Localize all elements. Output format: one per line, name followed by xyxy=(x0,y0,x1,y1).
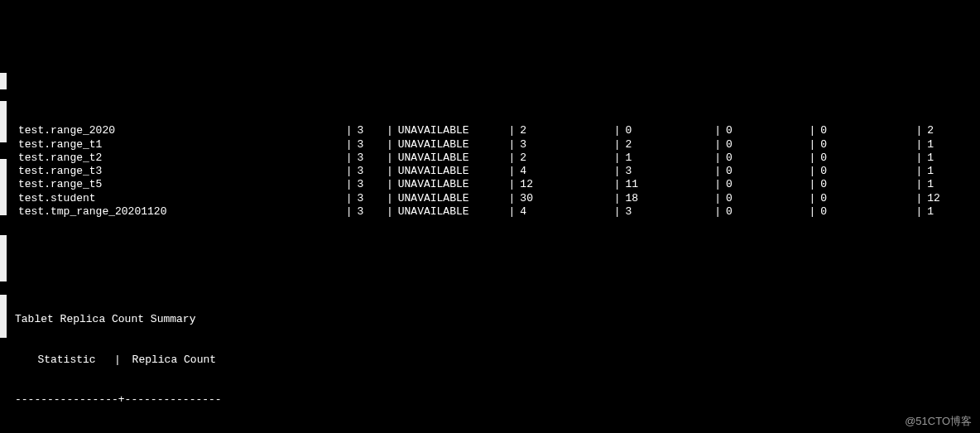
cell-name: test.range_t3 xyxy=(15,165,346,178)
cell-c2: UNAVAILABLE xyxy=(398,205,509,219)
cell-c3: 2 xyxy=(520,152,613,165)
cell-c1: 3 xyxy=(358,178,387,191)
table-row: test.range_t5|3|UNAVAILABLE|12|11|0|0|1 xyxy=(15,178,973,191)
cell-c3: 12 xyxy=(520,178,613,191)
table-row: test.range_t2|3|UNAVAILABLE|2|1|0|0|1 xyxy=(15,152,973,165)
cell-c2: UNAVAILABLE xyxy=(398,138,509,152)
main-table-body: test.range_2020|3|UNAVAILABLE|2|0|0|0|2t… xyxy=(15,124,973,219)
terminal-output: test.range_2020|3|UNAVAILABLE|2|0|0|0|2t… xyxy=(0,81,980,434)
cell-c1: 3 xyxy=(358,124,387,137)
cell-c1: 3 xyxy=(358,205,387,219)
cell-c7: 12 xyxy=(927,192,973,205)
replica-summary-header: Statistic | Replica Count xyxy=(15,354,973,367)
cell-c5: 0 xyxy=(726,152,809,165)
cell-c7: 1 xyxy=(927,165,973,178)
cell-c4: 11 xyxy=(626,178,715,191)
cell-name: test.tmp_range_20201120 xyxy=(15,205,346,219)
cell-c6: 0 xyxy=(820,165,915,178)
cell-c4: 3 xyxy=(626,205,715,219)
cell-c2: UNAVAILABLE xyxy=(398,152,509,165)
table-row: test.range_t1|3|UNAVAILABLE|3|2|0|0|1 xyxy=(15,138,973,152)
cell-c4: 3 xyxy=(626,165,715,178)
watermark: @51CTO博客 xyxy=(905,415,972,428)
cell-c2: UNAVAILABLE xyxy=(398,165,509,178)
cell-c4: 18 xyxy=(626,192,715,205)
cell-name: test.range_t5 xyxy=(15,178,346,191)
cell-c1: 3 xyxy=(358,165,387,178)
table-row: test.range_2020|3|UNAVAILABLE|2|0|0|0|2 xyxy=(15,124,973,137)
cell-c3: 2 xyxy=(520,124,613,137)
cell-c5: 0 xyxy=(726,192,809,205)
cell-c1: 3 xyxy=(358,192,387,205)
cell-c3: 3 xyxy=(520,138,613,152)
cell-c6: 0 xyxy=(820,178,915,191)
editor-gutter xyxy=(0,0,7,433)
cell-c4: 0 xyxy=(626,124,715,137)
cell-c3: 4 xyxy=(520,165,613,178)
header-val: Replica Count xyxy=(126,354,216,367)
cell-c6: 0 xyxy=(820,138,915,152)
cell-name: test.range_2020 xyxy=(15,124,346,137)
cell-c6: 0 xyxy=(820,205,915,219)
cell-c6: 0 xyxy=(820,124,915,137)
cell-c6: 0 xyxy=(820,152,915,165)
replica-summary-divider: ----------------+--------------- xyxy=(15,393,973,407)
cell-c5: 0 xyxy=(726,138,809,152)
cell-c2: UNAVAILABLE xyxy=(398,124,509,137)
table-row: test.tmp_range_20201120|3|UNAVAILABLE|4|… xyxy=(15,205,973,219)
blank-line xyxy=(15,259,973,272)
cell-c7: 1 xyxy=(927,205,973,219)
cell-c1: 3 xyxy=(358,138,387,152)
cell-c5: 0 xyxy=(726,205,809,219)
cell-c5: 0 xyxy=(726,165,809,178)
cell-name: test.range_t1 xyxy=(15,138,346,152)
table-row: test.student|3|UNAVAILABLE|30|18|0|0|12 xyxy=(15,192,973,205)
cell-c2: UNAVAILABLE xyxy=(398,178,509,191)
cell-c1: 3 xyxy=(358,152,387,165)
header-stat: Statistic xyxy=(15,354,114,367)
cell-c7: 2 xyxy=(927,124,973,137)
cell-c7: 1 xyxy=(927,152,973,165)
cell-c7: 1 xyxy=(927,138,973,152)
cell-c3: 4 xyxy=(520,205,613,219)
cell-c5: 0 xyxy=(726,178,809,191)
table-row: test.range_t3|3|UNAVAILABLE|4|3|0|0|1 xyxy=(15,165,973,178)
cell-name: test.range_t2 xyxy=(15,152,346,165)
cell-c4: 1 xyxy=(626,152,715,165)
cell-c7: 1 xyxy=(927,178,973,191)
cell-name: test.student xyxy=(15,192,346,205)
cell-c6: 0 xyxy=(820,192,915,205)
cell-c2: UNAVAILABLE xyxy=(398,192,509,205)
cell-c3: 30 xyxy=(520,192,613,205)
replica-summary-title: Tablet Replica Count Summary xyxy=(15,313,973,326)
cell-c5: 0 xyxy=(726,124,809,137)
cell-c4: 2 xyxy=(626,138,715,152)
